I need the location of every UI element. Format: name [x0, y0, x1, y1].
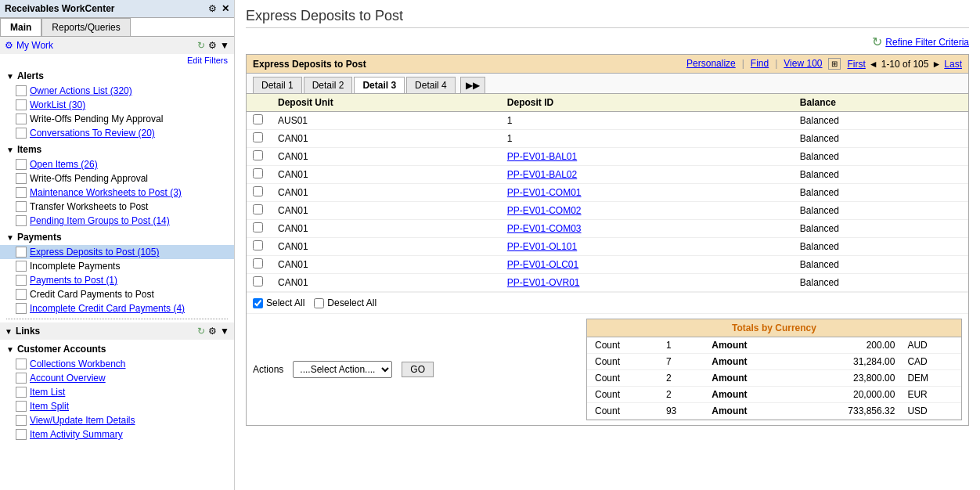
deposit-id-cell[interactable]: 1 — [501, 130, 794, 148]
next-icon[interactable]: ► — [931, 59, 941, 70]
settings-links-icon[interactable]: ⚙ — [208, 326, 217, 337]
collapse-icon[interactable]: ✕ — [222, 3, 229, 14]
node-icon — [16, 373, 27, 384]
go-button[interactable]: GO — [402, 362, 434, 377]
select-all-label[interactable]: Select All — [253, 297, 304, 308]
refine-filter-link[interactable]: Refine Filter Criteria — [885, 37, 969, 48]
settings-mywork-icon[interactable]: ⚙ — [208, 40, 217, 51]
deposit-id-cell[interactable]: PP-EV01-OL101 — [501, 238, 794, 256]
tab-main[interactable]: Main — [0, 18, 41, 36]
deposit-id-cell[interactable]: PP-EV01-COM02 — [501, 202, 794, 220]
totals-row: Count 7 Amount 31,284.00 CAD — [587, 354, 961, 370]
balance-cell: Balanced — [794, 112, 968, 130]
last-link[interactable]: Last — [944, 59, 962, 70]
prev-icon[interactable]: ◄ — [869, 59, 878, 70]
balance-cell: Balanced — [794, 184, 968, 202]
gear-icon[interactable] — [208, 3, 217, 14]
deposit-id-cell[interactable]: PP-EV01-COM01 — [501, 184, 794, 202]
totals-currency: AUD — [903, 337, 961, 354]
section-items: ▼ Items Open Items (26) Write-Offs Pendi… — [0, 142, 234, 228]
sidebar-item-payments-to-post[interactable]: Payments to Post (1) — [0, 273, 234, 287]
row-checkbox[interactable] — [253, 240, 263, 250]
tab-detail3[interactable]: Detail 3 — [354, 77, 405, 93]
deselect-all-label[interactable]: Deselect All — [314, 297, 377, 308]
action-select[interactable]: ....Select Action.... — [293, 361, 392, 378]
sidebar-item-item-activity[interactable]: Item Activity Summary — [0, 427, 234, 441]
balance-cell: Balanced — [794, 166, 968, 184]
grid-icon[interactable]: ⊞ — [828, 58, 841, 70]
totals-amount-value: 733,856.32 — [793, 403, 903, 420]
mywork-label[interactable]: ⚙ My Work — [5, 40, 53, 51]
sidebar-title: Receivables WorkCenter — [5, 3, 115, 14]
row-checkbox[interactable] — [253, 186, 263, 196]
sidebar-item-express-deposits[interactable]: Express Deposits to Post (105) — [0, 245, 234, 259]
totals-count-label: Count — [587, 354, 658, 370]
row-checkbox[interactable] — [253, 258, 263, 268]
deposit-unit-cell: CAN01 — [272, 166, 501, 184]
deposit-id-cell[interactable]: 1 — [501, 112, 794, 130]
sidebar-item-account-overview[interactable]: Account Overview — [0, 371, 234, 385]
sidebar-item-item-list[interactable]: Item List — [0, 385, 234, 399]
deposit-id-cell[interactable]: PP-EV01-BAL01 — [501, 148, 794, 166]
totals-currency: EUR — [903, 387, 961, 403]
deposit-unit-cell: AUS01 — [272, 112, 501, 130]
sidebar-item-view-update[interactable]: View/Update Item Details — [0, 413, 234, 427]
sidebar-item-owner-actions[interactable]: Owner Actions List (320) — [0, 84, 234, 98]
totals-count-label: Count — [587, 387, 658, 403]
row-checkbox[interactable] — [253, 132, 263, 142]
deposit-id-cell[interactable]: PP-EV01-OLC01 — [501, 256, 794, 274]
arrow-icon: ▼ — [6, 146, 14, 154]
totals-row: Count 93 Amount 733,856.32 USD — [587, 403, 961, 420]
refresh-icon[interactable]: ↻ — [872, 34, 882, 49]
row-checkbox[interactable] — [253, 114, 263, 124]
section-items-title[interactable]: ▼ Items — [0, 142, 234, 157]
sidebar-item-worklist[interactable]: WorkList (30) — [0, 98, 234, 112]
deposit-unit-cell: CAN01 — [272, 256, 501, 274]
deposit-id-cell[interactable]: PP-EV01-COM03 — [501, 220, 794, 238]
select-all-checkbox[interactable] — [253, 298, 263, 308]
more-tabs-icon[interactable]: ▶▶ — [460, 77, 485, 93]
row-checkbox[interactable] — [253, 222, 263, 232]
tab-reports[interactable]: Reports/Queries — [41, 18, 130, 36]
balance-cell: Balanced — [794, 274, 968, 292]
edit-filters-link[interactable]: Edit Filters — [0, 54, 234, 67]
sidebar-item-collections-workbench[interactable]: Collections Workbench — [0, 357, 234, 371]
totals-count-label: Count — [587, 337, 658, 354]
row-checkbox[interactable] — [253, 150, 263, 160]
sidebar-item-maintenance-worksheets[interactable]: Maintenance Worksheets to Post (3) — [0, 186, 234, 200]
node-icon — [16, 113, 27, 124]
sidebar-item-incomplete-payments: Incomplete Payments — [0, 259, 234, 273]
deselect-all-checkbox[interactable] — [314, 298, 324, 308]
node-icon — [16, 358, 27, 369]
view100-link[interactable]: View 100 — [784, 58, 822, 70]
section-alerts: ▼ Alerts Owner Actions List (320) WorkLi… — [0, 68, 234, 140]
deposit-id-cell[interactable]: PP-EV01-OVR01 — [501, 274, 794, 292]
chevron-links-icon[interactable]: ▼ — [220, 326, 229, 337]
section-alerts-title[interactable]: ▼ Alerts — [0, 68, 234, 84]
deposit-id-cell[interactable]: PP-EV01-BAL02 — [501, 166, 794, 184]
refresh-links-icon[interactable]: ↻ — [197, 326, 205, 337]
node-icon — [16, 275, 27, 286]
sidebar-item-item-split[interactable]: Item Split — [0, 399, 234, 413]
row-checkbox[interactable] — [253, 204, 263, 214]
row-checkbox[interactable] — [253, 168, 263, 178]
sidebar-item-pending-item-groups[interactable]: Pending Item Groups to Post (14) — [0, 214, 234, 228]
balance-cell: Balanced — [794, 238, 968, 256]
section-links-title[interactable]: ▼ Links — [5, 326, 40, 337]
find-link[interactable]: Find — [751, 58, 769, 70]
chevron-mywork-icon[interactable]: ▼ — [220, 40, 229, 51]
row-checkbox[interactable] — [253, 276, 263, 286]
sidebar-item-incomplete-cc[interactable]: Incomplete Credit Card Payments (4) — [0, 301, 234, 315]
tab-detail4[interactable]: Detail 4 — [406, 77, 456, 93]
sidebar-item-open-items[interactable]: Open Items (26) — [0, 157, 234, 171]
tab-detail1[interactable]: Detail 1 — [253, 77, 302, 93]
content-box-title: Express Deposits to Post — [253, 59, 366, 70]
refresh-mywork-icon[interactable]: ↻ — [197, 40, 205, 51]
personalize-link[interactable]: Personalize — [686, 58, 736, 70]
sidebar-item-conversations[interactable]: Conversations To Review (20) — [0, 126, 234, 140]
section-payments-title[interactable]: ▼ Payments — [0, 229, 234, 245]
balance-cell: Balanced — [794, 148, 968, 166]
first-link[interactable]: First — [847, 59, 865, 70]
section-customer-accounts-title[interactable]: ▼ Customer Accounts — [0, 341, 234, 357]
tab-detail2[interactable]: Detail 2 — [304, 77, 353, 93]
